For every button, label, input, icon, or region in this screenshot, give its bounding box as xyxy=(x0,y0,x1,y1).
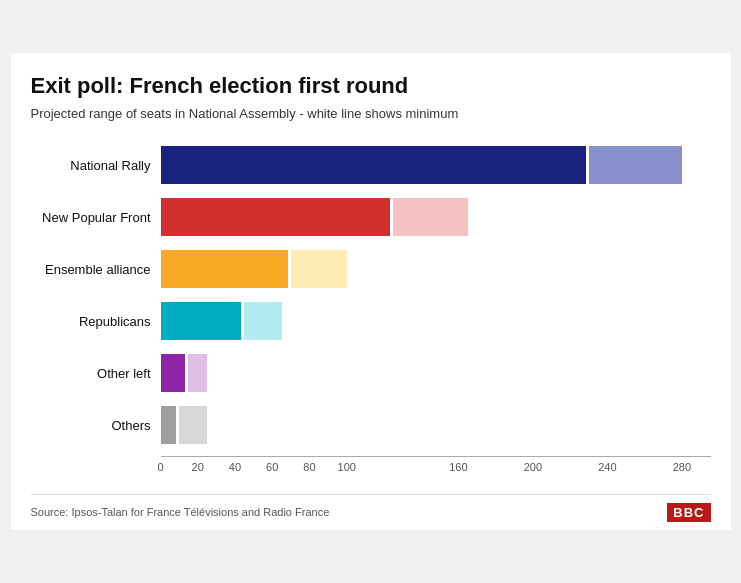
bars-container xyxy=(161,302,282,340)
bar-row: Others xyxy=(161,402,711,448)
x-axis-tick: 160 xyxy=(449,461,467,473)
chart-area: National RallyNew Popular FrontEnsemble … xyxy=(31,142,711,480)
x-axis-tick: 0 xyxy=(157,461,163,473)
bar-main xyxy=(161,406,180,444)
chart-subtitle: Projected range of seats in National Ass… xyxy=(31,105,711,123)
chart-card: Exit poll: French election first round P… xyxy=(11,53,731,529)
source-text: Source: Ipsos-Talan for France Télévisio… xyxy=(31,506,330,518)
bar-row: New Popular Front xyxy=(161,194,711,240)
bar-main xyxy=(161,198,394,236)
bars-container xyxy=(161,354,208,392)
bar-row: Ensemble alliance xyxy=(161,246,711,292)
chart-footer: Source: Ipsos-Talan for France Télévisio… xyxy=(31,494,711,530)
bar-label: Others xyxy=(31,417,151,432)
bar-range xyxy=(393,198,467,236)
x-axis-tick: 40 xyxy=(229,461,241,473)
bar-main xyxy=(161,302,245,340)
bar-main xyxy=(161,146,589,184)
x-axis-tick: 240 xyxy=(598,461,616,473)
bar-main xyxy=(161,250,291,288)
bar-row: Republicans xyxy=(161,298,711,344)
x-axis-tick: 60 xyxy=(266,461,278,473)
bar-range xyxy=(244,302,281,340)
x-axis-tick: 200 xyxy=(524,461,542,473)
bar-label: Other left xyxy=(31,365,151,380)
bars-container xyxy=(161,406,208,444)
bar-range xyxy=(188,354,207,392)
bar-label: National Rally xyxy=(31,157,151,172)
bar-label: Ensemble alliance xyxy=(31,261,151,276)
bbc-logo: BBC xyxy=(667,503,710,522)
bar-range xyxy=(291,250,347,288)
bars-container xyxy=(161,250,347,288)
bar-row: Other left xyxy=(161,350,711,396)
bars-container xyxy=(161,198,468,236)
chart-title: Exit poll: French election first round xyxy=(31,73,711,99)
x-axis-tick: 100 xyxy=(338,461,356,473)
bar-label: New Popular Front xyxy=(31,209,151,224)
bar-range xyxy=(589,146,682,184)
bars-container xyxy=(161,146,682,184)
x-axis-tick: 280 xyxy=(673,461,691,473)
x-axis-tick: 80 xyxy=(303,461,315,473)
x-axis-tick: 20 xyxy=(192,461,204,473)
bar-row: National Rally xyxy=(161,142,711,188)
bar-main xyxy=(161,354,189,392)
bar-label: Republicans xyxy=(31,313,151,328)
bar-range xyxy=(179,406,207,444)
